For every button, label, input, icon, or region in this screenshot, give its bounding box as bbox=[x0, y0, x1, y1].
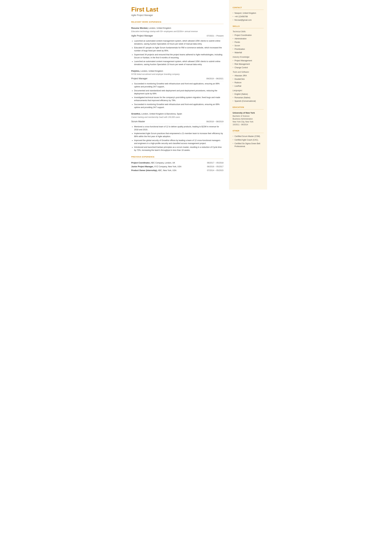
bullet-list-3: Mentored a cross-functional team of 12 t… bbox=[131, 125, 224, 152]
other-item-1: Certified Agile Coach (CAC). bbox=[233, 139, 264, 141]
skill-ind-2: Change Control bbox=[233, 66, 264, 69]
skill-ind-1: Risk Management bbox=[233, 63, 264, 66]
skill-category-1: Industry Knowledge: bbox=[233, 56, 264, 58]
bullet-list-1: Launched an automated content management… bbox=[131, 40, 224, 66]
company-name-line-1: Resume Worded, London, United Kingdom bbox=[131, 27, 224, 30]
prev-dates-3: 07/2014 – 05/2015 bbox=[207, 169, 223, 172]
education-section: Education University of New York Bachelo… bbox=[233, 106, 264, 126]
resume-page: First Last Agile Project Manager Relevan… bbox=[125, 0, 267, 189]
role-line-1: Agile Project Manager 07/2021 – Present bbox=[131, 34, 224, 38]
prev-company-1: ABC Company, London, UK bbox=[151, 162, 175, 164]
prev-role-3: Product Owner (Internship), bbox=[131, 169, 157, 171]
company-block-2: Polyhire, London, United Kingdom NYSE-li… bbox=[131, 70, 224, 109]
contact-item-2: +44 123456789 bbox=[233, 15, 264, 18]
skill-category-0: Technical Skills: bbox=[233, 30, 264, 33]
skill-category-3: Languages: bbox=[233, 89, 264, 92]
contact-heading: Contact bbox=[233, 6, 264, 10]
bullet-3-2: Implemented Agile Scrum practices that e… bbox=[131, 132, 224, 138]
company-name-2: Polyhire, bbox=[131, 70, 140, 72]
skill-tool-2: Rubicon bbox=[233, 81, 264, 84]
header-block: First Last Agile Project Manager bbox=[131, 6, 224, 17]
previous-exp-list: Project Coordinator, ABC Company, London… bbox=[131, 161, 224, 172]
skill-tech-0: Project Coordination bbox=[233, 34, 264, 37]
company-name-line-3: Growthsi, London, United Kingdom & Barce… bbox=[131, 112, 224, 115]
other-item-2: Certified Six Sigma Green Belt Professio… bbox=[233, 142, 264, 148]
edu-degree-text: Bachelor of Science bbox=[233, 115, 250, 117]
industry-skills-list: Project Management Risk Management Chang… bbox=[233, 59, 264, 69]
company-name-line-2: Polyhire, London, United Kingdom bbox=[131, 70, 224, 73]
role-title-2: Project Manager bbox=[131, 77, 148, 80]
edu-field: Business Administration bbox=[233, 118, 253, 120]
prev-role-1: Project Coordinator, bbox=[131, 162, 150, 164]
skill-lang-0: English (Native) bbox=[233, 93, 264, 96]
role-line-3: Scrum Master 06/2018 – 08/2019 bbox=[131, 120, 224, 124]
role-dates-1: 07/2021 – Present bbox=[207, 34, 223, 37]
tools-skills-list: Atlassian JIRA DoubleClick Rubicon LiveR… bbox=[233, 74, 264, 87]
skill-tool-3: LiveRail bbox=[233, 85, 264, 87]
company-desc-3: Career training and membership SaaS with… bbox=[131, 116, 224, 119]
skill-tool-0: Atlassian JIRA bbox=[233, 74, 264, 77]
company-name-1: Resume Worded, bbox=[131, 27, 148, 29]
skill-category-2: Tools and Software: bbox=[233, 70, 264, 73]
prev-exp-row-3: Product Owner (Internship), ABC, New Yor… bbox=[131, 169, 224, 172]
skill-tech-1: Administration bbox=[233, 37, 264, 40]
bullet-3-3: Improved the global security of Growthsi… bbox=[131, 139, 224, 145]
skill-tech-2: Pendo bbox=[233, 41, 264, 44]
skill-lang-1: Romanian (Native) bbox=[233, 96, 264, 99]
prev-exp-row-2: Junior Project Manager, XYZ Company, New… bbox=[131, 165, 224, 168]
bullet-3-1: Mentored a cross-functional team of 12 t… bbox=[131, 125, 224, 131]
skill-lang-2: Spanish (Conversational) bbox=[233, 100, 264, 103]
role-line-2: Project Manager 09/2019 – 06/2021 bbox=[131, 77, 224, 81]
education-heading: Education bbox=[233, 106, 264, 109]
bullet-1-2: Educated 87 people on Agile Scrum fundam… bbox=[131, 46, 224, 52]
edu-dates: 10/2011 - 06/2014 bbox=[233, 124, 248, 126]
skills-section: Skills Technical Skills: Project Coordin… bbox=[233, 25, 264, 103]
languages-list: English (Native) Romanian (Native) Spani… bbox=[233, 93, 264, 103]
role-dates-3: 06/2018 – 08/2019 bbox=[206, 120, 223, 123]
prev-exp-text-2: Junior Project Manager, XYZ Company, New… bbox=[131, 165, 182, 168]
other-list: Certified Scrum Master (CSM). Certified … bbox=[233, 135, 264, 148]
other-heading: Other bbox=[233, 129, 264, 133]
edu-school: University of New York bbox=[233, 111, 264, 114]
contact-section: Contact Newport, United Kingdom +44 1234… bbox=[233, 6, 264, 21]
prev-exp-text-1: Project Coordinator, ABC Company, London… bbox=[131, 161, 175, 164]
left-column: First Last Agile Project Manager Relevan… bbox=[125, 0, 229, 189]
edu-location: New York City, New York bbox=[233, 121, 253, 123]
skill-tech-4: Prioritization bbox=[233, 48, 264, 50]
bullet-2-2: Documented and standardized web deployme… bbox=[131, 89, 224, 95]
company-name-3: Growthsi, bbox=[131, 112, 141, 115]
technical-skills-list: Project Coordination Administration Pend… bbox=[233, 34, 264, 54]
skill-tech-3: Scrum bbox=[233, 44, 264, 47]
company-location-3: London, United Kingdom & Barcelona, Spai… bbox=[141, 112, 182, 115]
bullet-1-3: Supervised 34 projects and ensured that … bbox=[131, 53, 224, 59]
role-title-3: Scrum Master bbox=[131, 120, 145, 123]
role-dates-2: 09/2019 – 06/2021 bbox=[206, 77, 223, 80]
edu-degree: Bachelor of Science Business Administrat… bbox=[233, 115, 264, 126]
prev-exp-row-1: Project Coordinator, ABC Company, London… bbox=[131, 161, 224, 164]
bullet-list-2: Succeeded in monitoring Growthsi web inf… bbox=[131, 82, 224, 109]
prev-dates-2: 06/2016 – 05/2017 bbox=[207, 165, 223, 168]
contact-item-3: first.last@gmail.com bbox=[233, 19, 264, 21]
skills-heading: Skills bbox=[233, 25, 264, 28]
bullet-1-4: Launched an automated content management… bbox=[131, 60, 224, 66]
bullet-1-1: Launched an automated content management… bbox=[131, 40, 224, 45]
candidate-title: Agile Project Manager bbox=[131, 14, 224, 17]
company-desc-1: Education technology startup with 50+ em… bbox=[131, 30, 224, 33]
candidate-name: First Last bbox=[131, 6, 224, 13]
skill-tech-5: Waterfall bbox=[233, 51, 264, 54]
right-column: Contact Newport, United Kingdom +44 1234… bbox=[229, 0, 267, 189]
company-desc-2: NYSE-listed recruitment and employer bra… bbox=[131, 73, 224, 76]
prev-exp-text-3: Product Owner (Internship), ABC, New Yor… bbox=[131, 169, 176, 172]
bullet-2-1: Succeeded in monitoring Growthsi web inf… bbox=[131, 82, 224, 88]
skill-tool-1: DoubleClick bbox=[233, 78, 264, 81]
section-heading-relevant: Relevant Work Experience bbox=[131, 21, 224, 24]
bullet-2-4: Succeeded in monitoring Growthsi web inf… bbox=[131, 103, 224, 109]
skill-ind-0: Project Management bbox=[233, 59, 264, 62]
prev-dates-1: 06/2017 – 05/2018 bbox=[207, 161, 223, 164]
other-section: Other Certified Scrum Master (CSM). Cert… bbox=[233, 129, 264, 148]
prev-company-3: ABC, New York, USA bbox=[158, 169, 176, 171]
section-heading-previous: Previous Experience bbox=[131, 155, 224, 159]
contact-item-1: Newport, United Kingdom bbox=[233, 12, 264, 14]
role-title-1: Agile Project Manager bbox=[131, 34, 153, 37]
bullet-3-4: Introduced and launched Kanban principle… bbox=[131, 146, 224, 152]
